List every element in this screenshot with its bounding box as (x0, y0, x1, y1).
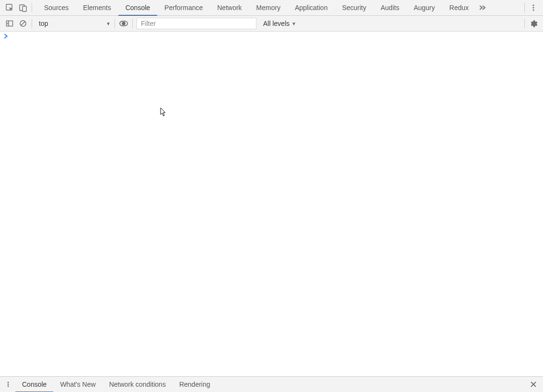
tab-augury[interactable]: Augury (406, 0, 442, 15)
svg-point-3 (532, 4, 534, 6)
svg-point-5 (532, 9, 534, 11)
separator (524, 19, 525, 28)
console-filter-input[interactable] (137, 18, 256, 29)
svg-rect-6 (7, 21, 13, 26)
svg-point-10 (122, 22, 125, 25)
tab-console[interactable]: Console (118, 0, 157, 15)
inspect-element-icon[interactable] (3, 1, 16, 14)
tab-label: Sources (44, 4, 69, 12)
tab-performance[interactable]: Performance (157, 0, 210, 15)
close-drawer-icon[interactable] (527, 378, 540, 391)
tab-sources[interactable]: Sources (37, 0, 76, 15)
execution-context-label: top (39, 20, 48, 27)
tab-label: Augury (414, 4, 435, 12)
tab-label: Redux (450, 4, 469, 12)
tab-elements[interactable]: Elements (76, 0, 118, 15)
toggle-device-toolbar-icon[interactable] (16, 1, 30, 14)
svg-point-11 (8, 382, 9, 383)
tab-redux[interactable]: Redux (442, 0, 476, 15)
svg-rect-2 (23, 6, 26, 12)
tab-network[interactable]: Network (210, 0, 249, 15)
devtools-main-tabbar: SourcesElementsConsolePerformanceNetwork… (0, 0, 543, 16)
drawer-tab-label: What's New (60, 380, 95, 388)
dropdown-triangle-icon: ▼ (291, 21, 296, 26)
svg-point-4 (532, 7, 534, 8)
tab-audits[interactable]: Audits (373, 0, 406, 15)
tab-label: Audits (381, 4, 399, 12)
more-tabs-icon[interactable] (476, 1, 489, 14)
tab-label: Memory (256, 4, 281, 12)
separator (32, 3, 32, 12)
customize-devtools-icon[interactable] (527, 1, 540, 14)
clear-console-icon[interactable] (16, 17, 30, 30)
drawer-tab-label: Network conditions (109, 380, 166, 388)
dropdown-triangle-icon: ▼ (106, 21, 111, 26)
drawer-tab-what-s-new[interactable]: What's New (53, 377, 102, 392)
console-output-area[interactable] (0, 32, 543, 376)
execution-context-selector[interactable]: top ▼ (36, 18, 113, 29)
main-tabs: SourcesElementsConsolePerformanceNetwork… (37, 0, 476, 15)
tab-memory[interactable]: Memory (249, 0, 288, 15)
console-prompt (4, 34, 8, 40)
drawer-menu-icon[interactable] (3, 378, 13, 391)
drawer-tabs: ConsoleWhat's NewNetwork conditionsRende… (15, 377, 217, 392)
svg-point-13 (8, 386, 9, 387)
log-levels-dropdown[interactable]: All levels ▼ (263, 20, 296, 27)
tab-label: Performance (164, 4, 203, 12)
tab-application[interactable]: Application (288, 0, 335, 15)
tab-label: Security (342, 4, 367, 12)
separator (32, 19, 32, 28)
mouse-cursor-icon (160, 107, 167, 118)
drawer-tab-label: Console (22, 380, 46, 388)
drawer-tab-network-conditions[interactable]: Network conditions (103, 377, 173, 392)
tab-security[interactable]: Security (335, 0, 374, 15)
svg-line-9 (21, 22, 25, 25)
drawer-tab-label: Rendering (179, 380, 210, 388)
separator (132, 19, 133, 28)
tab-label: Elements (83, 4, 111, 12)
log-levels-label: All levels (263, 20, 289, 27)
show-console-sidebar-icon[interactable] (3, 17, 16, 30)
separator (524, 3, 525, 12)
svg-point-12 (8, 384, 9, 385)
live-expression-icon[interactable] (117, 17, 130, 30)
drawer-tabbar: ConsoleWhat's NewNetwork conditionsRende… (0, 376, 543, 392)
console-toolbar: top ▼ All levels ▼ (0, 16, 543, 32)
tab-label: Application (295, 4, 328, 12)
tab-label: Console (126, 4, 150, 12)
console-settings-icon[interactable] (527, 17, 540, 30)
tab-label: Network (217, 4, 242, 12)
drawer-tab-rendering[interactable]: Rendering (173, 377, 217, 392)
drawer-tab-console[interactable]: Console (15, 377, 53, 392)
separator (115, 19, 115, 28)
